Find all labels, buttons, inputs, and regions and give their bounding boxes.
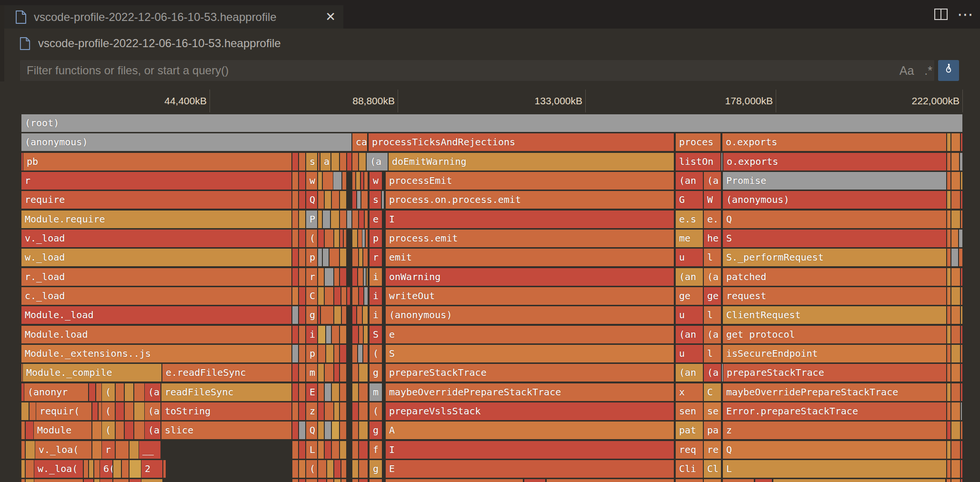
flame-segment[interactable]: Q: [723, 211, 946, 228]
flame-segment-sliver[interactable]: [340, 191, 346, 209]
flame-segment-sliver[interactable]: [323, 211, 330, 228]
flame-segment-sliver[interactable]: [340, 422, 346, 439]
flame-segment-sliver[interactable]: [318, 345, 325, 362]
flame-segment[interactable]: m: [306, 364, 317, 382]
flame-segment-sliver[interactable]: [134, 383, 144, 401]
flame-segment[interactable]: C: [306, 287, 317, 305]
flame-segment-sliver[interactable]: [327, 479, 333, 482]
flame-segment-sliver[interactable]: [352, 249, 358, 266]
flame-segment-sliver[interactable]: [26, 441, 35, 459]
flame-segment[interactable]: v._loa(: [35, 441, 91, 459]
flame-segment-sliver[interactable]: [352, 306, 356, 324]
flame-segment[interactable]: c.: [524, 479, 545, 482]
flame-segment-sliver[interactable]: [318, 441, 324, 459]
flame-segment-sliver[interactable]: [340, 326, 346, 343]
flame-segment-sliver[interactable]: [947, 441, 950, 459]
flame-segment-sliver[interactable]: [334, 268, 339, 286]
flame-segment-sliver[interactable]: [951, 306, 960, 324]
flame-segment[interactable]: slice: [161, 422, 291, 439]
flame-segment[interactable]: S: [386, 345, 674, 362]
flame-segment-sliver[interactable]: [332, 383, 339, 401]
flame-segment-sliver[interactable]: [951, 345, 960, 362]
flame-segment[interactable]: (an: [676, 326, 703, 343]
flame-segment-sliver[interactable]: [318, 211, 322, 228]
flame-segment-sliver[interactable]: [961, 460, 962, 478]
flame-segment-sliver[interactable]: [947, 402, 950, 420]
flame-segment[interactable]: g: [370, 422, 382, 439]
flame-segment-sliver[interactable]: [84, 460, 88, 478]
flame-segment-sliver[interactable]: [94, 479, 100, 482]
flame-segment-sliver[interactable]: [951, 172, 960, 190]
flame-segment-sliver[interactable]: [358, 268, 363, 286]
flame-segment[interactable]: w._loa(: [34, 460, 83, 478]
flame-segment[interactable]: l: [704, 306, 721, 324]
flame-segment-sliver[interactable]: [292, 441, 298, 459]
flame-segment-sliver[interactable]: [947, 364, 950, 382]
flame-segment[interactable]: i: [306, 326, 317, 343]
flame-segment[interactable]: prepareStackTrace: [723, 364, 946, 382]
flame-segment-sliver[interactable]: [359, 402, 368, 420]
flame-segment-sliver[interactable]: [959, 249, 962, 266]
flame-segment[interactable]: (anonyr: [24, 383, 88, 401]
flame-segment-sliver[interactable]: [947, 153, 950, 171]
flame-segment[interactable]: (an: [676, 364, 703, 382]
flame-segment-sliver[interactable]: [89, 460, 93, 478]
flame-segment-sliver[interactable]: [947, 172, 950, 190]
flame-segment-sliver[interactable]: [163, 460, 166, 478]
flame-segment[interactable]: Module._load: [21, 306, 291, 324]
flame-segment-sliver[interactable]: [333, 172, 341, 190]
flame-segment-sliver[interactable]: [299, 402, 305, 420]
flame-segment[interactable]: (root): [21, 114, 962, 132]
flame-segment[interactable]: E: [306, 383, 317, 401]
flame-segment[interactable]: (a: [367, 153, 388, 171]
flame-segment[interactable]: m: [370, 383, 382, 401]
flame-segment-sliver[interactable]: [961, 287, 962, 305]
flame-segment[interactable]: l.originalPositionF(: [547, 479, 674, 482]
flame-segment-sliver[interactable]: [99, 402, 101, 420]
flame-segment-sliver[interactable]: [352, 345, 357, 362]
flame-segment-sliver[interactable]: [299, 211, 305, 228]
flame-segment-sliver[interactable]: [299, 441, 305, 459]
flame-segment[interactable]: L: [306, 441, 317, 459]
flame-segment-sliver[interactable]: [357, 306, 362, 324]
flame-segment-sliver[interactable]: [951, 364, 960, 382]
flame-segment-sliver[interactable]: [961, 133, 962, 151]
flame-segment[interactable]: (: [102, 402, 115, 420]
flame-segment[interactable]: w: [306, 172, 317, 190]
flame-segment-sliver[interactable]: [352, 383, 358, 401]
flame-segment-sliver[interactable]: [292, 211, 298, 228]
flame-segment-sliver[interactable]: [299, 364, 305, 382]
flame-segment-sliver[interactable]: [292, 172, 298, 190]
flame-segment-sliver[interactable]: [332, 422, 339, 439]
flame-segment-sliver[interactable]: [116, 441, 129, 459]
flame-segment-sliver[interactable]: [341, 479, 346, 482]
flame-segment-sliver[interactable]: [125, 402, 133, 420]
flame-segment-sliver[interactable]: [363, 306, 368, 324]
flame-segment-sliver[interactable]: [961, 345, 962, 362]
flame-segment-sliver[interactable]: [359, 479, 368, 482]
flame-segment-sliver[interactable]: [116, 383, 124, 401]
flame-segment-sliver[interactable]: [947, 460, 950, 478]
flame-segment[interactable]: readFileSync: [161, 383, 291, 401]
flame-segment[interactable]: W: [704, 191, 721, 209]
flame-segment[interactable]: c._load: [21, 287, 291, 305]
flame-segment-sliver[interactable]: [947, 326, 950, 343]
flame-segment-sliver[interactable]: [947, 383, 950, 401]
flame-segment-sliver[interactable]: [961, 191, 962, 209]
flame-segment-sliver[interactable]: [292, 402, 298, 420]
flame-segment-sliver[interactable]: [318, 326, 325, 343]
flame-segment-sliver[interactable]: [318, 230, 324, 247]
flame-segment-sliver[interactable]: [362, 230, 365, 247]
flame-segment-sliver[interactable]: [340, 441, 346, 459]
flame-segment[interactable]: toString: [161, 402, 291, 420]
flame-segment[interactable]: proces: [676, 133, 720, 151]
flame-segment[interactable]: (a: [145, 383, 160, 401]
flame-segment-sliver[interactable]: [326, 326, 331, 343]
flame-segment[interactable]: w._load: [21, 249, 291, 266]
flame-segment-sliver[interactable]: [340, 364, 346, 382]
flame-segment-sliver[interactable]: [951, 153, 959, 171]
flame-segment-sliver[interactable]: [21, 153, 23, 171]
flame-segment-sliver[interactable]: [361, 191, 368, 209]
flame-segment[interactable]: Module: [34, 422, 91, 439]
flame-segment-sliver[interactable]: [292, 326, 298, 343]
